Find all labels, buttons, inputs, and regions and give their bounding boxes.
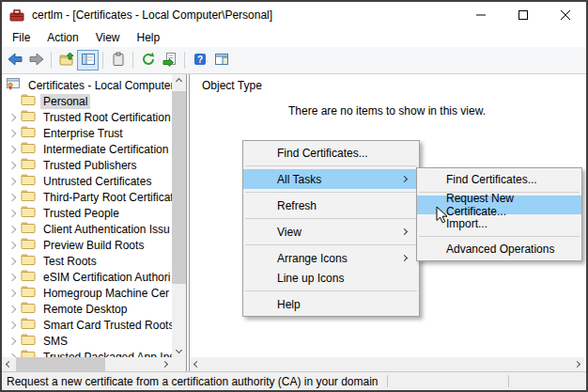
folder-icon bbox=[21, 349, 36, 357]
menubar-item-help[interactable]: Help bbox=[129, 29, 169, 46]
details-horizontal-scrollbar[interactable] bbox=[190, 357, 584, 371]
submenu-arrow-icon bbox=[402, 229, 408, 235]
menubar-item-view[interactable]: View bbox=[87, 29, 129, 46]
close-button[interactable] bbox=[544, 2, 586, 28]
tree-vertical-scrollbar[interactable] bbox=[172, 74, 186, 357]
folder-icon bbox=[21, 141, 36, 157]
back-icon bbox=[8, 52, 23, 70]
folder-icon bbox=[21, 157, 36, 173]
scroll-right-icon[interactable] bbox=[158, 357, 172, 371]
context-menu-item-arrange-icons[interactable]: Arrange Icons bbox=[243, 248, 419, 268]
expand-chevron-icon[interactable] bbox=[8, 194, 16, 201]
expand-chevron-icon[interactable] bbox=[8, 258, 16, 265]
tree-item-trusted-publishers[interactable]: Trusted Publishers bbox=[2, 157, 172, 173]
context-menu-item-help[interactable]: Help bbox=[243, 294, 419, 314]
context-menu: Find Certificates...All TasksRefreshView… bbox=[242, 140, 420, 317]
tree-item-sms[interactable]: SMS bbox=[2, 333, 172, 349]
tree-item-trusted-people[interactable]: Trusted People bbox=[2, 205, 172, 221]
statusbar-divider bbox=[508, 375, 509, 387]
menu-item-label: Line up Icons bbox=[277, 272, 344, 285]
vertical-scroll-thumb[interactable] bbox=[172, 91, 186, 284]
expand-chevron-icon[interactable] bbox=[8, 306, 16, 313]
back-button[interactable] bbox=[4, 50, 25, 71]
tree-item-intermediate-certification[interactable]: Intermediate Certification bbox=[2, 141, 172, 157]
expand-chevron-icon[interactable] bbox=[8, 290, 16, 297]
show-console-tree-button[interactable] bbox=[77, 50, 99, 71]
tree-item-test-roots[interactable]: Test Roots bbox=[2, 253, 172, 269]
expand-chevron-icon[interactable] bbox=[8, 242, 16, 249]
menubar-item-file[interactable]: File bbox=[4, 29, 39, 46]
tree-item-trusted-root-certification[interactable]: Trusted Root Certification bbox=[2, 109, 172, 125]
tree-item-label: Client Authentication Issu bbox=[40, 222, 172, 237]
tree-item-client-authentication-issu[interactable]: Client Authentication Issu bbox=[2, 221, 172, 237]
expand-chevron-icon[interactable] bbox=[8, 146, 16, 153]
tree-item-personal[interactable]: Personal bbox=[2, 93, 172, 109]
scroll-down-icon[interactable] bbox=[172, 343, 186, 357]
scroll-left-icon[interactable] bbox=[2, 357, 16, 371]
expand-chevron-icon[interactable] bbox=[8, 162, 16, 169]
folder-icon bbox=[21, 125, 36, 141]
expand-chevron-icon[interactable] bbox=[8, 226, 16, 233]
expand-chevron-icon[interactable] bbox=[8, 321, 16, 329]
submenu-item-advanced-operations[interactable]: Advanced Operations bbox=[417, 240, 581, 259]
context-menu-item-line-up-icons[interactable]: Line up Icons bbox=[243, 268, 419, 288]
tree-item-untrusted-certificates[interactable]: Untrusted Certificates bbox=[2, 173, 172, 189]
statusbar-divider bbox=[387, 375, 388, 387]
tree-item-preview-build-roots[interactable]: Preview Build Roots bbox=[2, 237, 172, 253]
expand-chevron-icon[interactable] bbox=[8, 130, 16, 137]
folder-icon bbox=[21, 109, 36, 125]
scroll-up-icon[interactable] bbox=[172, 74, 186, 88]
context-menu-item-find-certificates[interactable]: Find Certificates... bbox=[243, 143, 419, 163]
context-menu-item-refresh[interactable]: Refresh bbox=[243, 196, 419, 215]
menu-item-label: Find Certificates... bbox=[277, 147, 368, 160]
expand-chevron-icon[interactable] bbox=[8, 274, 16, 281]
expand-chevron-icon[interactable] bbox=[8, 210, 16, 217]
help-icon: ? bbox=[193, 52, 208, 70]
help-button[interactable]: ? bbox=[189, 50, 210, 71]
clipboard-button[interactable] bbox=[107, 50, 129, 71]
toolbar: ? bbox=[2, 47, 586, 74]
tree-item-homegroup-machine-cer[interactable]: Homegroup Machine Cer bbox=[2, 285, 172, 301]
folder-icon bbox=[21, 189, 36, 205]
folder-icon bbox=[21, 301, 36, 317]
tree-horizontal-scrollbar[interactable] bbox=[2, 357, 172, 371]
menu-separator bbox=[245, 290, 417, 291]
certlm-window: certlm - [Certificates - Local Computer\… bbox=[0, 0, 588, 392]
forward-icon bbox=[29, 52, 44, 70]
tree-item-label: Trusted Root Certification bbox=[40, 110, 172, 125]
tree-item-enterprise-trust[interactable]: Enterprise Trust bbox=[2, 125, 172, 141]
scroll-right-icon[interactable] bbox=[570, 357, 584, 371]
folder-icon bbox=[21, 317, 36, 333]
folder-icon bbox=[21, 173, 36, 189]
tree-item-smart-card-trusted-roots[interactable]: Smart Card Trusted Roots bbox=[2, 317, 172, 333]
scroll-left-icon[interactable] bbox=[190, 357, 204, 371]
minimize-button[interactable] bbox=[459, 2, 502, 28]
expand-chevron-icon[interactable] bbox=[8, 337, 16, 345]
submenu-item-find-certificates[interactable]: Find Certificates... bbox=[417, 170, 581, 189]
scrollbar-corner bbox=[172, 357, 186, 371]
action-pane-button[interactable] bbox=[210, 50, 232, 71]
tree-item-remote-desktop[interactable]: Remote Desktop bbox=[2, 301, 172, 317]
refresh-button[interactable] bbox=[137, 50, 159, 71]
forward-button[interactable] bbox=[25, 50, 47, 71]
menubar-item-action[interactable]: Action bbox=[39, 29, 86, 46]
context-menu-item-all-tasks[interactable]: All Tasks bbox=[243, 169, 419, 189]
menu-item-label: Advanced Operations bbox=[446, 243, 554, 256]
folder-icon bbox=[21, 221, 36, 237]
horizontal-scroll-thumb[interactable] bbox=[16, 357, 105, 371]
up-one-level-button[interactable] bbox=[55, 50, 77, 71]
expand-chevron-icon[interactable] bbox=[8, 114, 16, 121]
menu-item-label: View bbox=[277, 226, 302, 239]
tree-item-certificates-local-computer[interactable]: Certificates - Local Computer bbox=[2, 77, 172, 93]
expand-chevron-icon[interactable] bbox=[8, 178, 16, 185]
context-menu-item-view[interactable]: View bbox=[243, 222, 419, 242]
console-tree-icon bbox=[81, 52, 96, 70]
tree-item-esim-certification-authori[interactable]: eSIM Certification Authori bbox=[2, 269, 172, 285]
tree-item-trusted-packaged-app-ins[interactable]: Trusted Packaged App Ins bbox=[2, 349, 172, 357]
maximize-button[interactable] bbox=[502, 2, 544, 28]
column-header-object-type[interactable]: Object Type bbox=[202, 79, 262, 92]
tree-item-third-party-root-certificat[interactable]: Third-Party Root Certificat bbox=[2, 189, 172, 205]
toolbar-separator bbox=[132, 52, 133, 69]
export-list-button[interactable] bbox=[159, 50, 180, 71]
tree-item-label: Personal bbox=[40, 94, 90, 109]
